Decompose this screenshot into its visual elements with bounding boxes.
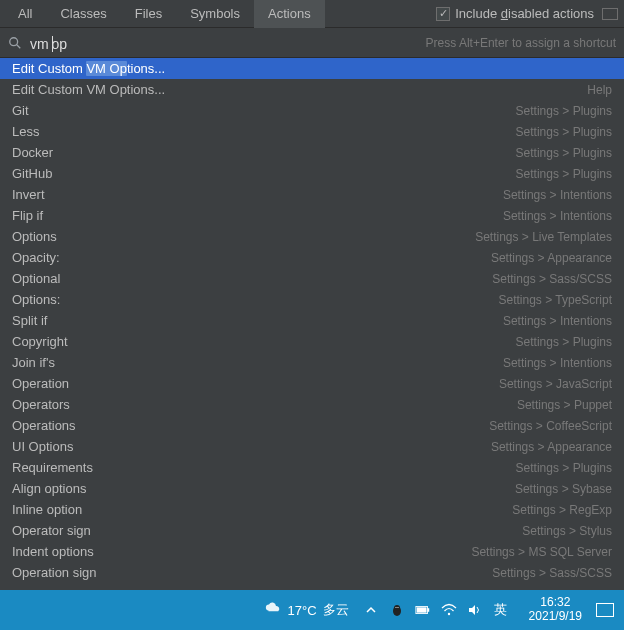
checkbox-icon: ✓ bbox=[436, 7, 450, 21]
result-label: Align options bbox=[12, 481, 515, 496]
result-label: UI Options bbox=[12, 439, 491, 454]
chevron-up-icon[interactable] bbox=[363, 602, 379, 618]
result-row[interactable]: Operation signSettings > Sass/SCSS bbox=[0, 562, 624, 583]
result-label: Less bbox=[12, 124, 516, 139]
result-path: Settings > Plugins bbox=[516, 461, 612, 475]
result-path: Settings > Sass/SCSS bbox=[492, 272, 612, 286]
result-path: Settings > Plugins bbox=[516, 104, 612, 118]
result-path: Settings > Intentions bbox=[503, 314, 612, 328]
result-row[interactable]: Edit Custom VM Options... bbox=[0, 58, 624, 79]
notifications-icon[interactable] bbox=[596, 603, 614, 617]
clock-time: 16:32 bbox=[529, 596, 582, 610]
result-row[interactable]: OperationSettings > JavaScript bbox=[0, 373, 624, 394]
windows-taskbar: 17°C 多云 英 16:32 2021/9/19 bbox=[0, 590, 624, 630]
result-row[interactable]: Operator signSettings > Stylus bbox=[0, 520, 624, 541]
battery-icon[interactable] bbox=[415, 602, 431, 618]
result-path: Settings > Sass/SCSS bbox=[492, 566, 612, 580]
tab-actions[interactable]: Actions bbox=[254, 0, 325, 28]
result-row[interactable]: UI OptionsSettings > Appearance bbox=[0, 436, 624, 457]
result-row[interactable]: InvertSettings > Intentions bbox=[0, 184, 624, 205]
presentation-mode-icon[interactable] bbox=[602, 8, 618, 20]
shortcut-hint: Press Alt+Enter to assign a shortcut bbox=[426, 36, 616, 50]
result-path: Settings > Plugins bbox=[516, 146, 612, 160]
result-label: Edit Custom VM Options... bbox=[12, 61, 612, 76]
result-path: Help bbox=[587, 83, 612, 97]
taskbar-weather[interactable]: 17°C 多云 bbox=[264, 600, 349, 621]
tab-files[interactable]: Files bbox=[121, 0, 176, 28]
result-row[interactable]: OperationsSettings > CoffeeScript bbox=[0, 415, 624, 436]
result-path: Settings > Stylus bbox=[522, 524, 612, 538]
result-label: Options bbox=[12, 229, 475, 244]
result-row[interactable]: GitHubSettings > Plugins bbox=[0, 163, 624, 184]
results-list: Edit Custom VM Options...Edit Custom VM … bbox=[0, 58, 624, 590]
result-path: Settings > Plugins bbox=[516, 335, 612, 349]
result-row[interactable]: Flip ifSettings > Intentions bbox=[0, 205, 624, 226]
result-row[interactable]: RequirementsSettings > Plugins bbox=[0, 457, 624, 478]
result-label: Optional bbox=[12, 271, 492, 286]
result-label: Opacity: bbox=[12, 250, 491, 265]
result-row[interactable]: Split ifSettings > Intentions bbox=[0, 310, 624, 331]
result-label: Inline option bbox=[12, 502, 512, 517]
result-label: Flip if bbox=[12, 208, 503, 223]
result-row[interactable]: OptionsSettings > Live Templates bbox=[0, 226, 624, 247]
svg-rect-8 bbox=[416, 607, 426, 612]
result-path: Settings > TypeScript bbox=[498, 293, 612, 307]
result-label: GitHub bbox=[12, 166, 516, 181]
tab-classes[interactable]: Classes bbox=[46, 0, 120, 28]
result-row[interactable]: Align optionsSettings > Sybase bbox=[0, 478, 624, 499]
svg-point-9 bbox=[447, 613, 449, 615]
result-label: Operators bbox=[12, 397, 517, 412]
svg-point-0 bbox=[10, 37, 18, 45]
result-label: Split if bbox=[12, 313, 503, 328]
result-path: Settings > CoffeeScript bbox=[489, 419, 612, 433]
result-row[interactable]: GitSettings > Plugins bbox=[0, 100, 624, 121]
result-row[interactable]: Edit Custom VM Options...Help bbox=[0, 79, 624, 100]
result-path: Settings > Puppet bbox=[517, 398, 612, 412]
search-icon bbox=[8, 36, 22, 50]
result-path: Settings > MS SQL Server bbox=[471, 545, 612, 559]
taskbar-clock[interactable]: 16:32 2021/9/19 bbox=[529, 596, 582, 624]
result-label: Operation bbox=[12, 376, 499, 391]
result-row[interactable]: OptionalSettings > Sass/SCSS bbox=[0, 268, 624, 289]
result-label: Edit Custom VM Options... bbox=[12, 82, 587, 97]
result-label: Operations bbox=[12, 418, 489, 433]
result-path: Settings > Sybase bbox=[515, 482, 612, 496]
search-tabs: AllClassesFilesSymbolsActions ✓ Include … bbox=[0, 0, 624, 28]
result-row[interactable]: OperatorsSettings > Puppet bbox=[0, 394, 624, 415]
weather-icon bbox=[264, 600, 282, 621]
include-disabled-checkbox[interactable]: ✓ Include disabled actions bbox=[436, 6, 594, 21]
svg-point-5 bbox=[397, 607, 398, 608]
result-path: Settings > Appearance bbox=[491, 251, 612, 265]
result-row[interactable]: DockerSettings > Plugins bbox=[0, 142, 624, 163]
result-label: Requirements bbox=[12, 460, 516, 475]
svg-line-1 bbox=[17, 44, 21, 48]
result-path: Settings > Plugins bbox=[516, 125, 612, 139]
wifi-icon[interactable] bbox=[441, 602, 457, 618]
result-path: Settings > Intentions bbox=[503, 356, 612, 370]
svg-point-3 bbox=[394, 605, 400, 611]
qq-tray-icon[interactable] bbox=[389, 602, 405, 618]
result-row[interactable]: CopyrightSettings > Plugins bbox=[0, 331, 624, 352]
ime-indicator[interactable]: 英 bbox=[493, 602, 509, 618]
volume-icon[interactable] bbox=[467, 602, 483, 618]
result-row[interactable]: Join if'sSettings > Intentions bbox=[0, 352, 624, 373]
tab-symbols[interactable]: Symbols bbox=[176, 0, 254, 28]
result-label: Git bbox=[12, 103, 516, 118]
svg-point-4 bbox=[395, 607, 396, 608]
result-label: Join if's bbox=[12, 355, 503, 370]
result-row[interactable]: Inline optionSettings > RegExp bbox=[0, 499, 624, 520]
result-label: Docker bbox=[12, 145, 516, 160]
result-path: Settings > Intentions bbox=[503, 209, 612, 223]
result-row[interactable]: Options:Settings > TypeScript bbox=[0, 289, 624, 310]
result-label: Copyright bbox=[12, 334, 516, 349]
svg-rect-7 bbox=[427, 608, 429, 612]
include-disabled-label: Include disabled actions bbox=[455, 6, 594, 21]
result-row[interactable]: LessSettings > Plugins bbox=[0, 121, 624, 142]
result-row[interactable]: Indent optionsSettings > MS SQL Server bbox=[0, 541, 624, 562]
result-label: Options: bbox=[12, 292, 498, 307]
result-row[interactable]: Opacity:Settings > Appearance bbox=[0, 247, 624, 268]
tab-all[interactable]: All bbox=[4, 0, 46, 28]
search-input[interactable]: vm op bbox=[30, 33, 426, 52]
weather-temp: 17°C bbox=[288, 603, 317, 618]
result-path: Settings > JavaScript bbox=[499, 377, 612, 391]
